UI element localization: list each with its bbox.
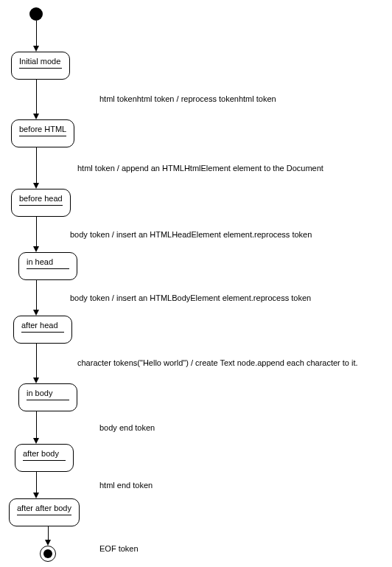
arrow-head-icon [33, 493, 39, 498]
arrow-head-icon [33, 438, 39, 444]
state-initial-mode: Initial mode [11, 52, 70, 80]
arrow-head-icon [33, 246, 39, 252]
arrow-line [36, 80, 37, 115]
arrow-line [36, 217, 37, 248]
state-after-head: after head [13, 316, 72, 344]
arrow-line [36, 344, 37, 379]
state-label: after after body [17, 504, 71, 515]
state-diagram: Initial mode html tokenhtml token / repr… [0, 0, 392, 567]
arrow-line [36, 472, 37, 494]
arrow-line [48, 526, 49, 541]
state-before-html: before HTML [11, 119, 74, 147]
start-node-icon [29, 7, 43, 21]
arrow-line [36, 21, 37, 47]
transition-label: html end token [99, 481, 153, 490]
arrow-line [36, 147, 37, 184]
transition-label: html tokenhtml token / reprocess tokenht… [99, 94, 276, 103]
state-label: before HTML [19, 125, 66, 136]
arrow-head-icon [33, 114, 39, 119]
arrow-head-icon [33, 378, 39, 383]
arrow-head-icon [33, 183, 39, 189]
state-in-body: in body [18, 383, 77, 411]
transition-label: body token / insert an HTMLBodyElement e… [70, 293, 311, 302]
state-label: after head [21, 321, 64, 333]
state-label: Initial mode [19, 57, 62, 69]
state-in-head: in head [18, 252, 77, 280]
state-after-body: after body [15, 444, 74, 472]
state-label: before head [19, 194, 63, 206]
arrow-line [36, 280, 37, 311]
arrow-line [36, 411, 37, 439]
transition-label: EOF token [99, 544, 139, 553]
state-after-after-body: after after body [9, 498, 80, 526]
state-label: in body [27, 389, 69, 400]
transition-label: body token / insert an HTMLHeadElement e… [70, 230, 312, 239]
arrow-head-icon [33, 46, 39, 52]
transition-label: character tokens("Hello world") / create… [77, 358, 358, 367]
transition-label: html token / append an HTMLHtmlElement e… [77, 164, 323, 173]
transition-label: body end token [99, 423, 155, 432]
state-label: after body [23, 449, 66, 461]
end-node-icon [40, 546, 56, 562]
state-before-head: before head [11, 189, 71, 217]
state-label: in head [27, 257, 69, 269]
arrow-head-icon [45, 540, 51, 546]
arrow-head-icon [33, 310, 39, 316]
